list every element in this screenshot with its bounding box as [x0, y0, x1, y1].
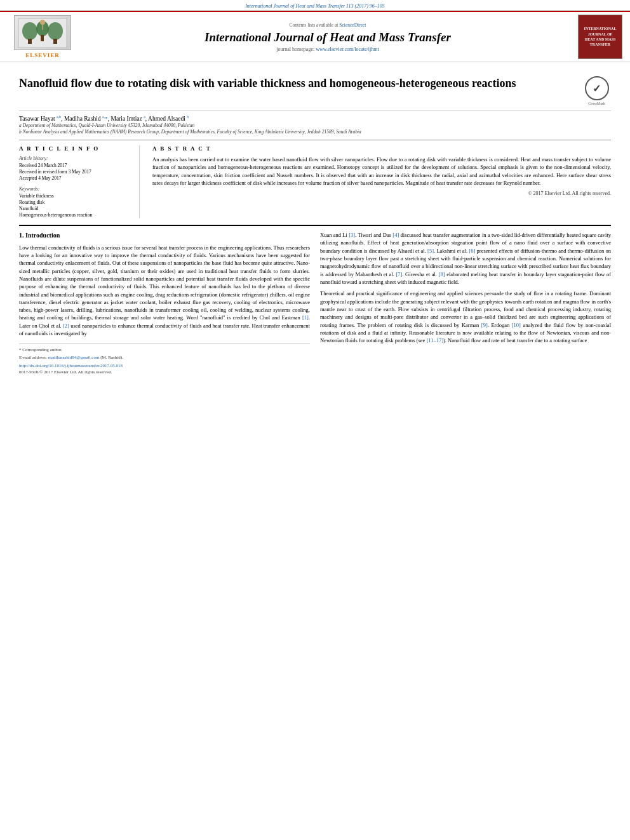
history-label: Article history: [19, 156, 133, 161]
page-wrapper: International Journal of Heat and Mass T… [0, 0, 630, 382]
abstract-col: A B S T R A C T An analysis has been car… [152, 145, 611, 218]
email-label: E-mail address: [19, 355, 47, 360]
article-title: Nanofluid flow due to rotating disk with… [19, 76, 582, 91]
body-right-para-2: Theoretical and practical significance o… [320, 290, 611, 344]
svg-rect-6 [53, 39, 57, 44]
body-right-para-1: Xuan and Li [3]. Tiwari and Das [4] disc… [320, 231, 611, 286]
right-logo-line2: JOURNAL OF [584, 32, 617, 37]
svg-point-7 [40, 20, 45, 25]
keyword-2: Rotating disk [19, 199, 133, 205]
abstract-header: A B S T R A C T [152, 145, 611, 152]
affiliation-b: b Nonlinear Analysis and Applied Mathema… [19, 129, 611, 135]
top-journal-strip: International Journal of Heat and Mass T… [0, 0, 630, 11]
elsevier-logo: ELSEVIER [8, 15, 77, 58]
authors-line: Tasawar Hayat a,b, Madiha Rashid a,*, Ma… [19, 115, 611, 122]
homepage-label: journal homepage: [276, 46, 314, 52]
authors-section: Tasawar Hayat a,b, Madiha Rashid a,*, Ma… [19, 115, 611, 135]
elsevier-wordmark: ELSEVIER [25, 52, 60, 58]
body-content: 1. Introduction Low thermal conductivity… [19, 231, 611, 375]
journal-center-info: Contents lists available at ScienceDirec… [77, 22, 578, 52]
corresponding-note: * Corresponding author. [19, 347, 62, 352]
section1-heading: 1. Introduction [19, 231, 310, 241]
sd-prefix: Contents lists available at [290, 22, 338, 28]
issn-line: 0017-9310/© 2017 Elsevier Ltd. All right… [19, 369, 310, 375]
right-logo-line3: HEAT AND MASS [584, 37, 617, 42]
copyright-line: © 2017 Elsevier Ltd. All rights reserved… [152, 190, 611, 196]
elsevier-logo-img [14, 15, 71, 50]
svg-point-1 [22, 22, 37, 40]
email-name: (M. Rashid). [100, 355, 123, 360]
right-logo-line4: TRANSFER [584, 42, 617, 47]
svg-rect-2 [28, 39, 32, 44]
affiliation-a: a Department of Mathematics, Quaid-I-Aza… [19, 123, 611, 128]
sd-link[interactable]: ScienceDirect [339, 22, 366, 28]
received-revised-date: Received in revised form 3 May 2017 [19, 169, 133, 175]
article-title-section: Nanofluid flow due to rotating disk with… [19, 69, 611, 111]
crossmark-label: CrossMark [582, 102, 611, 105]
article-info-header: A R T I C L E I N F O [19, 145, 133, 152]
science-direct-label: Contents lists available at ScienceDirec… [84, 22, 572, 28]
journal-homepage-line: journal homepage: www.elsevier.com/locat… [84, 46, 572, 52]
body-right-col: Xuan and Li [3]. Tiwari and Das [4] disc… [320, 231, 611, 375]
keyword-3: Nanofluid [19, 206, 133, 211]
journal-top-label: International Journal of Heat and Mass T… [245, 3, 385, 9]
svg-rect-4 [41, 35, 44, 41]
body-divider [19, 225, 611, 226]
info-abstract-section: A R T I C L E I N F O Article history: R… [19, 140, 611, 218]
right-logo-line1: INTERNATIONAL [584, 26, 617, 31]
doi-line[interactable]: http://dx.doi.org/10.1016/j.ijheatmasstr… [19, 363, 310, 369]
abstract-text: An analysis has been carried out to exam… [152, 156, 611, 187]
journal-title-header: International Journal of Heat and Mass T… [84, 30, 572, 44]
svg-point-5 [48, 22, 63, 40]
footnote-star-line: * Corresponding author. [19, 347, 310, 353]
body-left-para: Low thermal conductivity of fluids is a … [19, 244, 310, 338]
crossmark-icon: ✓ [585, 76, 609, 100]
email-address[interactable]: madiharashid84@gmail.com [48, 355, 100, 360]
journal-right-logo: INTERNATIONAL JOURNAL OF HEAT AND MASS T… [578, 15, 622, 59]
main-content: Nanofluid flow due to rotating disk with… [0, 62, 630, 382]
accepted-date: Accepted 4 May 2017 [19, 175, 133, 181]
elsevier-svg [17, 17, 68, 49]
article-info-col: A R T I C L E I N F O Article history: R… [19, 145, 140, 218]
keyword-4: Homogeneous-heterogeneous reaction [19, 212, 133, 218]
page-footer: * Corresponding author. E-mail address: … [19, 343, 310, 375]
received-date: Received 24 March 2017 [19, 163, 133, 168]
crossmark-badge[interactable]: ✓ CrossMark [582, 76, 611, 105]
journal-header: ELSEVIER Contents lists available at Sci… [0, 11, 630, 62]
email-line: E-mail address: madiharashid84@gmail.com… [19, 354, 310, 361]
body-left-col: 1. Introduction Low thermal conductivity… [19, 231, 310, 375]
keyword-1: Variable thickness [19, 193, 133, 199]
homepage-url[interactable]: www.elsevier.com/locate/ijhmt [316, 46, 379, 52]
keywords-label: Keywords: [19, 186, 133, 192]
